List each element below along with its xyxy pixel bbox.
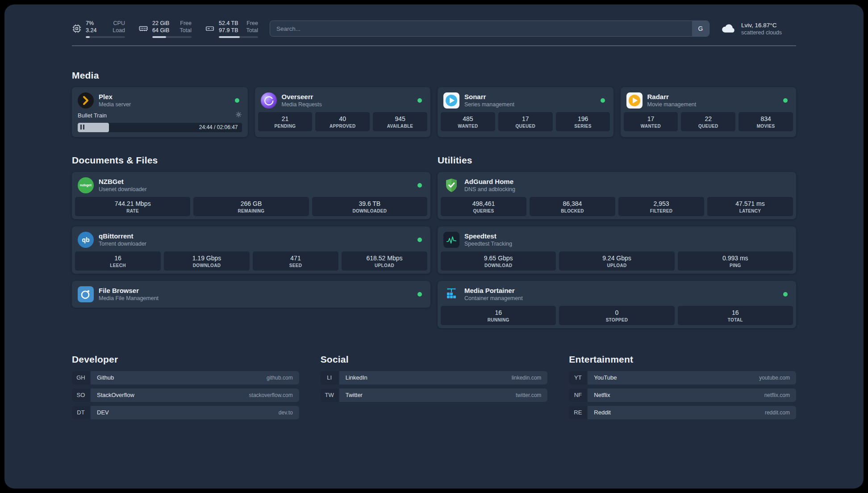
service-description: Container management — [464, 295, 523, 301]
speedtest-icon — [443, 232, 459, 248]
search-input[interactable] — [270, 21, 709, 37]
bookmark-reddit[interactable]: RE Redditreddit.com — [569, 406, 796, 419]
cpu-usage-value: 7% — [86, 20, 94, 27]
cpu-progress-bar — [86, 36, 125, 38]
overseerr-card[interactable]: Overseerr Media Requests 21PENDING 40APP… — [255, 87, 431, 137]
plex-card[interactable]: Plex Media server Bullet Train — [72, 87, 248, 137]
nzbget-card[interactable]: nzbget NZBGet Usenet downloader 744.21 M… — [72, 172, 430, 219]
bookmark-abbr: SO — [72, 389, 90, 402]
section-title-documents: Documents & Files — [72, 155, 430, 166]
plex-now-playing-widget: Bullet Train 24:44 / 02:06:47 — [75, 111, 245, 134]
bookmark-youtube[interactable]: YT YouTubeyoutube.com — [569, 371, 796, 384]
stat-label: UPLOAD — [560, 263, 673, 268]
qbittorrent-card[interactable]: qb qBittorrent Torrent downloader 16LEEC… — [72, 226, 430, 274]
gear-icon[interactable] — [235, 111, 242, 120]
stat-label: PENDING — [259, 124, 312, 129]
stat-value: 485 — [442, 115, 494, 122]
playback-time: 24:44 / 02:06:47 — [199, 123, 238, 132]
stat-label: SEED — [254, 263, 338, 268]
bookmark-name: Reddit — [594, 409, 611, 416]
service-description: Movie management — [647, 101, 697, 108]
stat-value: 744.21 Mbps — [76, 200, 189, 207]
memory-total-label: Total — [180, 27, 192, 34]
stat-label: AVAILABLE — [374, 124, 426, 129]
stat-label: DOWNLOADED — [313, 209, 426, 213]
service-name: AdGuard Home — [464, 178, 515, 186]
memory-free-value: 22 GiB — [152, 20, 169, 27]
cpu-load-value: 3.24 — [86, 27, 96, 34]
stat-value: 17 — [625, 115, 677, 122]
cpu-progress-fill — [86, 36, 90, 38]
service-description: Media Requests — [282, 101, 322, 108]
stat-block: 0.993 msPING — [678, 251, 793, 271]
stat-label: TOTAL — [679, 318, 792, 322]
bookmark-stackoverflow[interactable]: SO StackOverflowstackoverflow.com — [72, 389, 299, 402]
stat-block: 39.6 TBDOWNLOADED — [312, 197, 427, 216]
stat-value: 0 — [560, 309, 673, 316]
cpu-widget: 7%CPU 3.24Load — [72, 20, 125, 38]
service-name: File Browser — [99, 287, 159, 295]
stat-block: 471SEED — [253, 251, 338, 271]
disk-progress-bar — [219, 36, 258, 38]
stat-block: 485WANTED — [441, 112, 495, 131]
service-name: Sonarr — [464, 93, 514, 101]
adguard-card[interactable]: AdGuard Home DNS and adblocking 498,461Q… — [438, 172, 796, 219]
now-playing-title: Bullet Train — [78, 112, 107, 119]
memory-total-value: 64 GiB — [152, 27, 169, 34]
pause-icon[interactable] — [80, 123, 84, 131]
bookmark-abbr: LI — [321, 371, 338, 384]
radarr-card[interactable]: Radarr Movie management 17WANTED 22QUEUE… — [621, 87, 797, 137]
overseerr-icon — [261, 92, 277, 109]
stat-label: DOWNLOAD — [165, 263, 249, 268]
section-title-entertainment: Entertainment — [569, 354, 796, 365]
stat-label: UPLOAD — [342, 263, 426, 268]
documents-column: Documents & Files nzbget NZBGet Usenet d… — [72, 137, 430, 315]
qbittorrent-icon: qb — [78, 232, 94, 248]
bookmark-netflix[interactable]: NF Netflixnetflix.com — [569, 389, 796, 402]
section-title-developer: Developer — [72, 354, 299, 365]
bookmark-abbr: NF — [569, 389, 587, 402]
stat-label: MOVIES — [739, 124, 792, 129]
bookmark-twitter[interactable]: TW Twittertwitter.com — [321, 389, 548, 402]
dashboard: 7%CPU 3.24Load 22 GiBFree 64 GiBTotal — [4, 4, 864, 489]
cpu-load-label: Load — [113, 27, 125, 34]
stat-value: 22 — [682, 115, 734, 122]
stat-value: 618.52 Mbps — [342, 255, 426, 262]
bookmark-url: github.com — [267, 375, 293, 381]
bookmark-url: dev.to — [279, 409, 293, 416]
service-name: qBittorrent — [99, 232, 146, 241]
weather-location: Lviv, 16.87°C — [741, 21, 782, 29]
service-description: Series management — [464, 101, 514, 108]
speedtest-card[interactable]: Speedtest Speedtest Tracking 9.65 GbpsDO… — [438, 226, 796, 274]
stat-block: 17QUEUED — [498, 112, 553, 131]
search-provider-button[interactable]: G — [692, 21, 709, 36]
stat-label: QUEUED — [499, 124, 552, 129]
stat-value: 16 — [442, 309, 555, 316]
stat-label: WANTED — [625, 124, 677, 129]
service-name: Media Portainer — [464, 287, 523, 295]
memory-widget: 22 GiBFree 64 GiBTotal — [138, 20, 192, 38]
service-description: Speedtest Tracking — [464, 241, 512, 247]
bookmark-dev[interactable]: DT DEVdev.to — [72, 406, 299, 419]
stat-label: FILTERED — [619, 209, 703, 213]
stat-label: DOWNLOAD — [442, 263, 555, 268]
stat-value: 16 — [76, 255, 160, 262]
bookmark-github[interactable]: GH Githubgithub.com — [72, 371, 299, 384]
stat-block: 9.65 GbpsDOWNLOAD — [441, 251, 556, 271]
stat-label: LATENCY — [708, 209, 792, 213]
portainer-card[interactable]: Media Portainer Container management 16R… — [438, 281, 796, 328]
bookmark-name: Netflix — [594, 392, 610, 398]
sonarr-card[interactable]: Sonarr Series management 485WANTED 17QUE… — [438, 87, 613, 137]
filebrowser-card[interactable]: File Browser Media File Management — [72, 281, 430, 308]
bookmark-linkedin[interactable]: LI LinkedInlinkedin.com — [321, 371, 548, 384]
stat-value: 1.19 Gbps — [165, 255, 249, 262]
stat-value: 9.65 Gbps — [442, 255, 555, 262]
stat-value: 0.993 ms — [679, 255, 792, 262]
stat-label: QUERIES — [442, 209, 526, 213]
filebrowser-icon — [78, 286, 94, 302]
stat-value: 196 — [557, 115, 609, 122]
disk-total-label: Total — [246, 27, 258, 34]
service-description: DNS and adblocking — [464, 186, 515, 192]
utilities-column: Utilities AdGuard Home DNS and adblockin… — [438, 137, 796, 335]
playback-progress-bar[interactable]: 24:44 / 02:06:47 — [78, 123, 242, 132]
